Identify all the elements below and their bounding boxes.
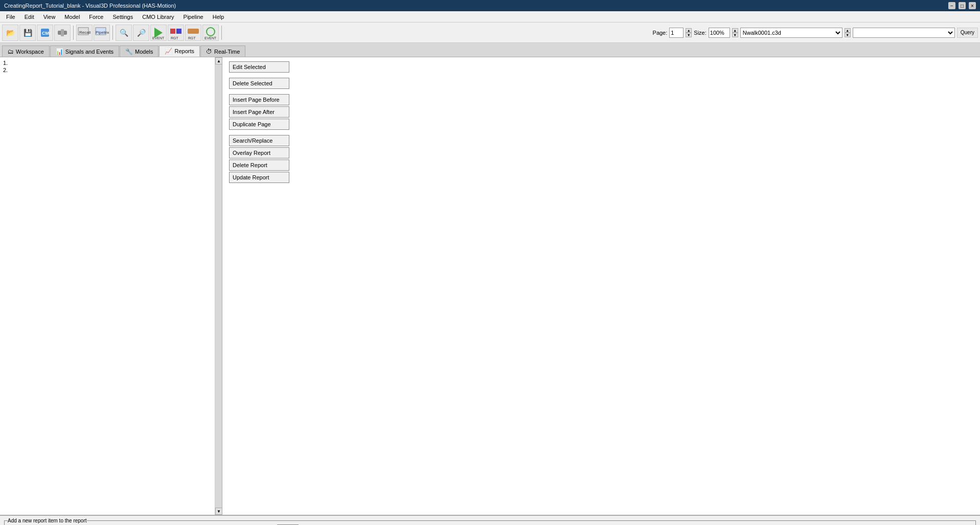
title-text: CreatingReport_Tutorial_blank - Visual3D… (4, 3, 176, 9)
toolbar-right: Page: ▲ ▼ Size: ▲ ▼ Nwalk0001.c3d ▲ ▼ Qu… (653, 28, 978, 38)
menu-bar: File Edit View Model Force Settings CMO … (0, 11, 980, 22)
size-label: Size: (694, 30, 706, 36)
toolbar-sep-1 (73, 26, 74, 40)
toolbar-sep-2 (112, 26, 113, 40)
scroll-track[interactable] (215, 64, 222, 508)
cmo-button[interactable]: CMO (37, 25, 53, 41)
size-input[interactable] (709, 28, 730, 38)
pipelines-button[interactable]: Pipelines (94, 25, 110, 41)
list-item: 2. (2, 66, 213, 74)
page-up[interactable]: ▲ (686, 28, 692, 33)
tab-signals-events[interactable]: 📊 Signals and Events (50, 45, 119, 57)
rgt-button[interactable]: RGT (168, 25, 184, 41)
size-stepper: ▲ ▼ (732, 28, 738, 37)
size-down[interactable]: ▼ (732, 33, 738, 37)
scroll-down-arrow[interactable]: ▼ (215, 508, 222, 515)
event2-button[interactable]: EVENT (202, 25, 219, 41)
query-button[interactable]: Query (957, 28, 978, 38)
zoom-out-button[interactable]: 🔎 (133, 25, 149, 41)
svg-rect-11 (176, 29, 181, 34)
tab-reports[interactable]: 📈 Reports (159, 45, 200, 57)
tabs: 🗂 Workspace 📊 Signals and Events 🔧 Model… (0, 43, 980, 57)
menu-cmo-library[interactable]: CMO Library (138, 13, 178, 21)
tab-models-label: Models (135, 49, 153, 55)
menu-view[interactable]: View (39, 13, 60, 21)
open-button[interactable]: 📂 (2, 25, 18, 41)
maximize-button[interactable]: □ (959, 2, 966, 9)
signals-icon: 📊 (56, 48, 63, 55)
svg-rect-13 (188, 29, 199, 34)
minimize-button[interactable]: − (948, 2, 955, 9)
left-content: 1. 2. (0, 57, 215, 515)
svg-point-15 (207, 28, 215, 36)
toolbar-sep-3 (221, 26, 222, 40)
tab-realtime[interactable]: ⏱ Real-Time (200, 45, 245, 57)
right-panel (222, 57, 980, 515)
save-button[interactable]: 💾 (19, 25, 36, 41)
action-buttons: Edit Selected Delete Selected Insert Pag… (229, 61, 289, 183)
svg-text:RGT: RGT (171, 36, 179, 40)
tab-workspace-label: Workspace (16, 49, 44, 55)
bottom-panel: Add a new report item to the report Page… (0, 515, 980, 525)
pipeline-button[interactable] (54, 25, 71, 41)
menu-help[interactable]: Help (209, 13, 229, 21)
left-vscroll: ▲ ▼ (215, 57, 222, 515)
svg-text:Pipelines: Pipelines (96, 30, 109, 35)
page-down[interactable]: ▼ (686, 33, 692, 37)
svg-text:CMO: CMO (42, 31, 50, 36)
close-button[interactable]: × (969, 2, 976, 9)
recall-button[interactable]: Recall (76, 25, 93, 41)
insert-page-before-button[interactable]: Insert Page Before (229, 94, 289, 105)
svg-text:RGT: RGT (188, 36, 196, 40)
edit-selected-button[interactable]: Edit Selected (229, 61, 289, 73)
insert-page-after-button[interactable]: Insert Page After (229, 106, 289, 118)
tab-realtime-label: Real-Time (214, 49, 240, 55)
realtime-icon: ⏱ (206, 48, 212, 55)
svg-text:EVENT: EVENT (152, 36, 165, 40)
page-input[interactable] (669, 28, 683, 38)
file-up[interactable]: ▲ (845, 28, 851, 33)
title-bar: CreatingReport_Tutorial_blank - Visual3D… (0, 0, 980, 11)
window-controls: − □ × (948, 2, 976, 9)
duplicate-page-button[interactable]: Duplicate Page (229, 119, 289, 130)
tab-reports-label: Reports (174, 48, 194, 54)
tab-signals-label: Signals and Events (65, 49, 113, 55)
left-panel: 1. 2. ▲ ▼ (0, 57, 222, 515)
delete-selected-button[interactable]: Delete Selected (229, 78, 289, 89)
menu-file[interactable]: File (2, 13, 19, 21)
file-stepper: ▲ ▼ (845, 28, 851, 37)
delete-report-button[interactable]: Delete Report (229, 159, 289, 171)
left-inner: 1. 2. ▲ ▼ (0, 57, 222, 515)
page-label: Page: (653, 30, 668, 36)
rgt2-button[interactable]: RGT (185, 25, 201, 41)
models-icon: 🔧 (125, 48, 133, 55)
report-list: 1. 2. (0, 57, 215, 76)
svg-rect-10 (170, 29, 175, 34)
svg-text:EVENT: EVENT (204, 36, 217, 40)
menu-model[interactable]: Model (60, 13, 84, 21)
svg-text:Recall: Recall (79, 30, 90, 35)
tab-models[interactable]: 🔧 Models (120, 45, 158, 57)
menu-settings[interactable]: Settings (108, 13, 137, 21)
event-button[interactable]: EVENT (150, 25, 167, 41)
filter-dropdown[interactable] (853, 28, 955, 38)
tab-workspace[interactable]: 🗂 Workspace (2, 45, 50, 57)
scroll-up-arrow[interactable]: ▲ (215, 57, 222, 64)
svg-rect-3 (61, 29, 64, 36)
file-down[interactable]: ▼ (845, 33, 851, 37)
list-item: 1. (2, 59, 213, 66)
workspace-icon: 🗂 (8, 48, 14, 55)
menu-edit[interactable]: Edit (20, 13, 38, 21)
search-replace-button[interactable]: Search/Replace (229, 135, 289, 146)
page-stepper: ▲ ▼ (686, 28, 692, 37)
size-up[interactable]: ▲ (732, 28, 738, 33)
menu-pipeline[interactable]: Pipeline (179, 13, 208, 21)
toolbar: 📂 💾 CMO Recall Pipelines 🔍 🔎 EVENT RGT R… (0, 22, 980, 43)
overlay-report-button[interactable]: Overlay Report (229, 147, 289, 158)
update-report-button[interactable]: Update Report (229, 172, 289, 183)
bottom-group-label: Add a new report item to the report (8, 518, 87, 523)
zoom-in-button[interactable]: 🔍 (116, 25, 132, 41)
file-dropdown[interactable]: Nwalk0001.c3d (740, 28, 842, 38)
main-area: 1. 2. ▲ ▼ Edit Selected Delete Selected … (0, 57, 980, 515)
menu-force[interactable]: Force (85, 13, 107, 21)
